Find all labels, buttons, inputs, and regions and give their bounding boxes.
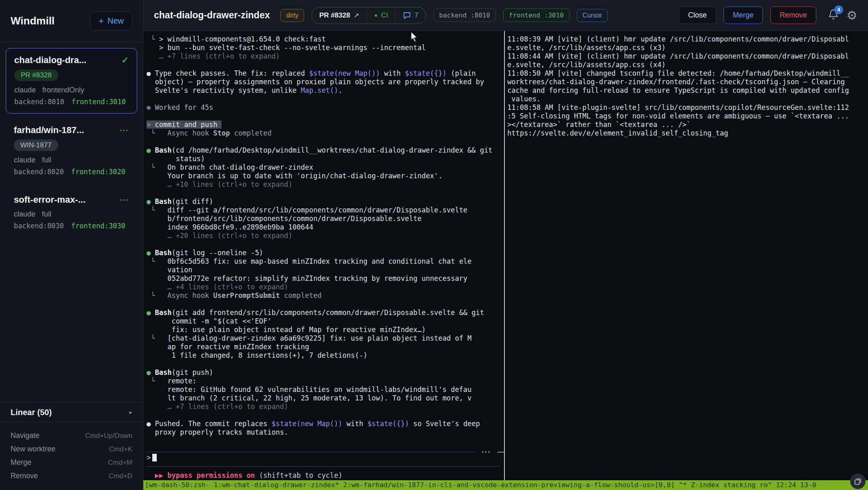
shortcut-keys: Cmd+Up/Down bbox=[85, 432, 132, 440]
terminal-line: vation bbox=[147, 266, 504, 274]
terminal-line: └ [chat-dialog-drawer-zindex a6a69c9225]… bbox=[147, 334, 504, 343]
worktree-card-win-1877[interactable]: farhad/win-187... ⋯ WIN-1877 claude full… bbox=[6, 118, 137, 183]
check-icon: ✓ bbox=[121, 55, 129, 65]
terminal-line bbox=[147, 300, 504, 308]
terminal-line: … +10 lines (ctrl+o to expand) bbox=[147, 180, 504, 189]
terminal-line bbox=[147, 411, 504, 420]
plus-icon: + bbox=[99, 17, 104, 26]
ellipsis-icon[interactable]: ⋯ bbox=[119, 195, 129, 205]
divider-dash bbox=[498, 452, 504, 453]
terminal-line: … +7 lines (ctrl+o to expand) bbox=[147, 402, 504, 411]
pane-divider[interactable] bbox=[504, 31, 505, 480]
terminal-line bbox=[147, 138, 504, 146]
comment-bubble-icon bbox=[403, 11, 411, 19]
frontend-port-badge[interactable]: frontend :3010 bbox=[503, 9, 570, 22]
agent-tag: claude bbox=[14, 156, 35, 164]
terminal-line: status) bbox=[147, 155, 504, 163]
input-bottom-divider bbox=[147, 466, 500, 467]
terminal-line: └ Async hook UserPromptSubmit completed bbox=[147, 291, 504, 300]
pr-comments[interactable]: 7 bbox=[395, 7, 425, 24]
shortcut-new-worktree[interactable]: New worktree Cmd+K bbox=[11, 442, 132, 456]
dev-server-pane[interactable]: 11:08:39 AM [vite] (client) hmr update /… bbox=[507, 35, 868, 480]
issue-badge: WIN-1877 bbox=[14, 140, 58, 151]
terminal-line: … +20 lines (ctrl+o to expand) bbox=[147, 232, 504, 240]
chevron-right-icon: ▸ bbox=[129, 409, 132, 416]
terminal-line bbox=[147, 61, 504, 69]
terminal-line: index 966bd8cfe9..e2898eb9ba 100644 bbox=[147, 223, 504, 232]
comments-count: 7 bbox=[414, 11, 418, 20]
terminal-line: cache and forcing full-reload to ensure … bbox=[507, 86, 868, 95]
agent-tag: claude bbox=[14, 86, 36, 94]
terminal-line: commit -m "$(cat <<'EOF' bbox=[147, 317, 504, 326]
terminal-line: └ remote: bbox=[147, 377, 504, 385]
shortcut-label: Remove bbox=[11, 472, 38, 480]
frontend-port: frontend:3030 bbox=[71, 222, 125, 230]
header: chat-dialog-drawer-zindex dirty PR #8328… bbox=[143, 0, 868, 31]
terminal-line: 052abd772e refactor: simplify minZIndex … bbox=[147, 274, 504, 283]
terminal-line: ● Bash(git log --oneline -5) bbox=[147, 249, 504, 257]
terminal-line: 11:08:58 AM [vite-plugin-svelte] src/lib… bbox=[507, 103, 868, 112]
terminal-line: ● Type check passes. The fix: replaced $… bbox=[147, 69, 504, 78]
merge-button[interactable]: Merge bbox=[723, 7, 763, 24]
shortcut-label: Navigate bbox=[11, 431, 39, 440]
terminal-line: 11:08:39 AM [vite] (client) hmr update /… bbox=[507, 35, 868, 44]
shortcut-remove[interactable]: Remove Cmd+D bbox=[11, 469, 132, 483]
terminal-line: Your branch is up to date with 'origin/c… bbox=[147, 172, 504, 180]
shortcut-merge[interactable]: Merge Cmd+M bbox=[11, 456, 132, 469]
worktree-card-chat-dialog[interactable]: chat-dialog-dra... ✓ PR #8328 claude fro… bbox=[6, 48, 137, 114]
terminal-line: values. bbox=[507, 95, 868, 103]
agent-tag: claude bbox=[14, 210, 35, 219]
close-button[interactable]: Close bbox=[679, 7, 716, 24]
pr-link[interactable]: PR #8328 ↗ bbox=[312, 7, 366, 24]
terminal-line bbox=[147, 95, 504, 103]
gear-icon[interactable]: ⚙ bbox=[846, 8, 857, 22]
terminal-line: … +4 lines (ctrl+o to expand) bbox=[147, 283, 504, 291]
bypass-permissions-label: ▶▶ bypass permissions on bbox=[147, 471, 259, 479]
terminal-line: ● Bash(git diff) bbox=[147, 197, 504, 206]
terminal-input[interactable]: > bbox=[147, 453, 157, 462]
remove-button[interactable]: Remove bbox=[770, 7, 816, 24]
worktree-card-soft-error[interactable]: soft-error-max-... ⋯ claude full backend… bbox=[6, 188, 137, 237]
terminal-line bbox=[147, 360, 504, 368]
linear-section-toggle[interactable]: Linear (50) ▸ bbox=[0, 402, 143, 422]
terminal-line: remote: GitHub found 62 vulnerabilities … bbox=[147, 385, 504, 394]
terminal-line bbox=[147, 189, 504, 197]
shortcut-keys: Cmd+M bbox=[108, 459, 132, 467]
ellipsis-icon[interactable]: ⋯ bbox=[119, 125, 129, 136]
dirty-badge: dirty bbox=[281, 9, 304, 22]
ci-status[interactable]: ● CI bbox=[366, 7, 395, 24]
terminal-line: fix: use plain object instead of Map for… bbox=[147, 326, 504, 334]
terminal-line: e.svelte, /src/lib/assets/app.css (x3) bbox=[507, 44, 868, 52]
mode-tag: full bbox=[42, 156, 51, 164]
backend-port: backend:8020 bbox=[14, 168, 64, 176]
screen-capture-button[interactable] bbox=[850, 474, 866, 489]
worktree-list: chat-dialog-dra... ✓ PR #8328 claude fro… bbox=[0, 42, 143, 248]
terminal-line: object) — property assignments on proxie… bbox=[147, 78, 504, 86]
cursor-badge[interactable]: Cursor bbox=[577, 9, 608, 22]
claude-terminal-pane[interactable]: └ > windmill-components@1.654.0 check:fa… bbox=[143, 31, 504, 480]
terminal-line: ap for reactive minZIndex tracking bbox=[147, 343, 504, 351]
linear-label: Linear (50) bbox=[11, 408, 52, 417]
app-window: Windmill + New chat-dialog-dra... ✓ PR #… bbox=[0, 0, 868, 490]
ci-status-dot: ● bbox=[374, 12, 377, 18]
terminal-line: lt branch (2 critical, 22 high, 25 moder… bbox=[147, 394, 504, 402]
tmux-status-bar: [wm-dash-50:zsh- 1:wm-chat-dialog-drawer… bbox=[143, 480, 868, 490]
input-top-divider: ▪▪▪ bbox=[147, 449, 504, 455]
notifications-button[interactable]: 4 bbox=[828, 9, 839, 22]
shortcut-list: Navigate Cmd+Up/Down New worktree Cmd+K … bbox=[0, 422, 143, 490]
sidebar-footer: Linear (50) ▸ Navigate Cmd+Up/Down New w… bbox=[0, 402, 143, 490]
dev-pane-lines: 11:08:39 AM [vite] (client) hmr update /… bbox=[507, 35, 868, 138]
terminal-line: ● Bash(git add frontend/src/lib/componen… bbox=[147, 308, 504, 317]
terminal-line: └ 0bf6c5d563 fix: use map-based minZInde… bbox=[147, 257, 504, 266]
drag-dots-icon[interactable]: ▪▪▪ bbox=[482, 449, 491, 455]
terminal-line: ✻ Worked for 45s bbox=[147, 103, 504, 112]
shortcut-navigate[interactable]: Navigate Cmd+Up/Down bbox=[11, 429, 132, 442]
bypass-permissions-hint: (shift+tab to cycle) bbox=[259, 471, 342, 479]
mode-tag: full bbox=[42, 210, 51, 219]
pr-pill-group: PR #8328 ↗ ● CI 7 bbox=[311, 7, 426, 24]
terminal-line: └ > windmill-components@1.654.0 check:fa… bbox=[147, 35, 504, 44]
screen-capture-icon bbox=[854, 477, 862, 486]
terminal-line: > commit and push bbox=[147, 120, 504, 129]
backend-port: backend:8010 bbox=[14, 98, 64, 106]
new-worktree-button[interactable]: + New bbox=[90, 11, 132, 31]
